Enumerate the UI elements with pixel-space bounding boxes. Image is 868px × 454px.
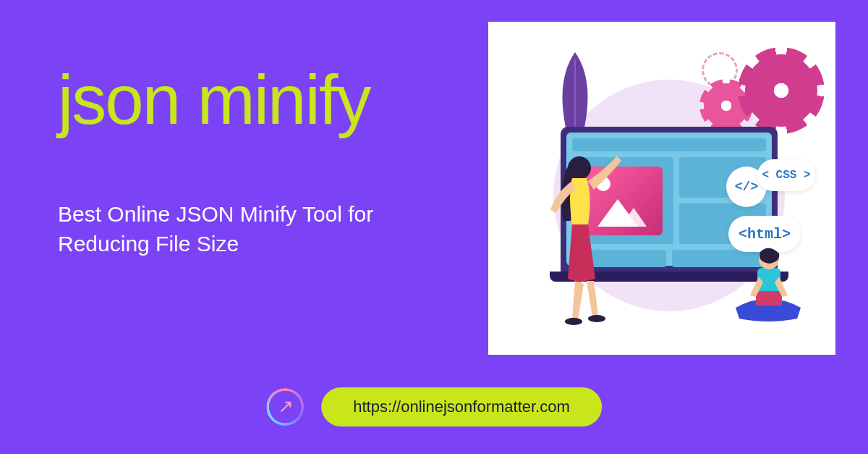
footer: ↗ https://onlinejsonformatter.com: [266, 387, 602, 426]
gear-big-icon: [745, 54, 817, 127]
svg-rect-5: [756, 291, 782, 306]
illustration-card: </> < CSS > <html>: [488, 22, 835, 355]
external-link-icon: ↗: [266, 388, 304, 426]
page-title: json minify: [58, 65, 448, 135]
svg-point-1: [565, 318, 582, 325]
page-subtitle: Best Online JSON Minify Tool for Reducin…: [58, 200, 448, 258]
css-badge: < CSS >: [757, 159, 815, 191]
website-link-button[interactable]: https://onlinejsonformatter.com: [321, 387, 602, 426]
svg-point-2: [588, 315, 605, 322]
illustration: </> < CSS > <html>: [510, 43, 814, 333]
woman-figure-icon: [536, 152, 623, 326]
man-figure-icon: [728, 246, 808, 326]
hero-section: json minify Best Online JSON Minify Tool…: [58, 65, 448, 258]
